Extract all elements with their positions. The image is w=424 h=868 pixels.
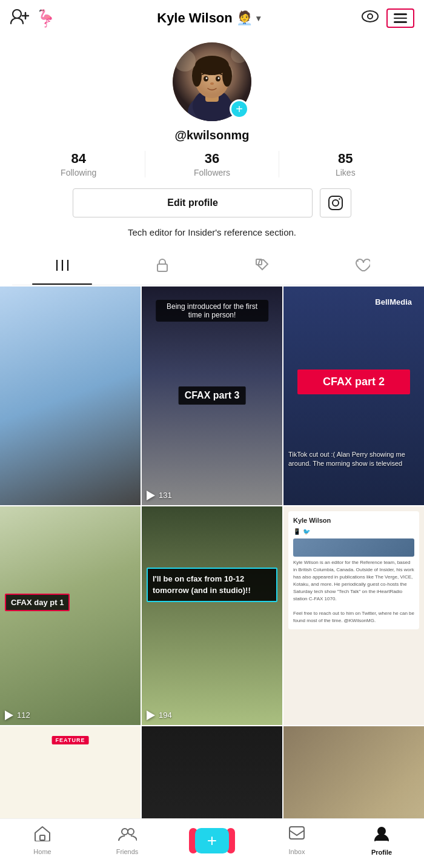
video-thumb-1[interactable] (0, 287, 141, 505)
nav-home[interactable]: Home (24, 826, 61, 855)
eye-icon[interactable] (361, 10, 379, 27)
svg-point-24 (339, 198, 340, 199)
play-icon (147, 491, 156, 500)
profile-handle: @kwilsonmg (175, 128, 250, 142)
bio-text: Tech editor for Insider's reference sect… (116, 227, 308, 237)
svg-rect-22 (329, 196, 342, 210)
play-count-4: 112 (5, 711, 30, 720)
svg-rect-31 (40, 835, 45, 840)
svg-point-4 (368, 14, 373, 19)
add-user-icon[interactable] (10, 8, 29, 29)
tiktok-cutout-text: TikTok cut out :( Alan Perry showing me … (288, 450, 419, 469)
avatar-wrapper: + (173, 42, 251, 121)
friends-icon (118, 826, 137, 846)
nav-profile[interactable]: Profile (363, 825, 400, 856)
svg-point-23 (333, 200, 339, 206)
svg-point-20 (218, 78, 220, 79)
svg-point-0 (13, 10, 21, 18)
following-stat[interactable]: 84 Following (12, 151, 145, 177)
play-count-5: 194 (147, 711, 172, 720)
likes-label: Likes (336, 168, 356, 177)
play-count-2: 131 (147, 491, 172, 500)
home-label: Home (33, 848, 51, 855)
followers-stat[interactable]: 36 Followers (145, 151, 279, 177)
svg-point-32 (122, 829, 128, 835)
menu-line-3 (394, 21, 407, 23)
play-icon-5 (147, 711, 156, 720)
heart-outline-icon (354, 258, 370, 276)
tab-liked[interactable] (312, 250, 412, 285)
kyle-wilson-card: Kyle Wilson 📱 🐦 Kyle Wilson is an editor… (288, 511, 419, 629)
header-emoji: 🧑‍💼 (236, 10, 253, 26)
followers-label: Followers (194, 168, 230, 177)
video-thumb-6[interactable]: Kyle Wilson 📱 🐦 Kyle Wilson is an editor… (283, 506, 424, 725)
svg-rect-34 (290, 827, 304, 839)
tab-tag[interactable] (212, 250, 312, 285)
svg-point-19 (206, 78, 208, 79)
video-thumb-3[interactable]: BellMedia CFAX part 2 TikTok cut out :( … (283, 287, 424, 505)
lock-icon (156, 258, 168, 276)
svg-point-33 (128, 829, 134, 835)
svg-point-8 (231, 46, 248, 63)
cfax3-label: CFAX part 3 (179, 386, 246, 405)
followers-count: 36 (205, 151, 219, 167)
inbox-label: Inbox (289, 848, 305, 855)
avatar-add-button[interactable]: + (230, 99, 249, 119)
add-button[interactable]: + (195, 828, 229, 853)
top-nav-center[interactable]: Kyle Wilson 🧑‍💼 ▾ (157, 10, 260, 26)
home-icon (34, 826, 51, 846)
kyle-card-name: Kyle Wilson (293, 516, 414, 525)
video-thumb-5[interactable]: I'll be on cfax from 10-12 tomorrow (and… (142, 506, 282, 725)
svg-point-3 (362, 11, 378, 22)
chevron-down-icon: ▾ (256, 13, 260, 23)
following-label: Following (61, 168, 96, 177)
intro-label: Being introduced for the first time in p… (156, 300, 268, 322)
action-row: Edit profile (73, 188, 351, 217)
top-nav-right (361, 8, 414, 28)
bell-media-label: BellMedia (369, 294, 418, 310)
inbox-icon (288, 826, 305, 846)
cfax2-label: CFAX part 2 (297, 369, 410, 394)
svg-point-37 (378, 827, 385, 835)
tabs-row (12, 250, 412, 285)
tab-lock[interactable] (112, 250, 212, 285)
cfax-day1-label: CFAX day pt 1 (5, 594, 70, 611)
menu-line-1 (394, 13, 407, 15)
profile-icon (373, 825, 390, 846)
flamingo-emoji: 🦩 (35, 8, 56, 28)
play-icon-4 (5, 711, 15, 720)
top-nav-left: 🦩 (10, 8, 56, 29)
top-nav: 🦩 Kyle Wilson 🧑‍💼 ▾ (0, 0, 424, 36)
svg-rect-28 (157, 264, 167, 271)
video-thumb-2[interactable]: Being introduced for the first time in p… (142, 287, 282, 505)
nav-add[interactable]: + (194, 828, 230, 853)
nav-friends[interactable]: Friends (109, 826, 145, 855)
plus-icon: + (207, 831, 217, 850)
svg-point-21 (210, 82, 214, 85)
header-username: Kyle Wilson (157, 10, 233, 26)
video-grid: Being introduced for the first time in p… (0, 287, 424, 868)
tab-grid[interactable] (12, 250, 112, 285)
profile-label: Profile (371, 849, 392, 856)
video-thumb-4[interactable]: CFAX day pt 1 112 (0, 506, 141, 725)
following-count: 84 (71, 151, 85, 167)
feature-badge: FEATURE (52, 736, 89, 744)
instagram-button[interactable] (320, 188, 351, 217)
nav-inbox[interactable]: Inbox (279, 826, 315, 855)
menu-button[interactable] (386, 8, 414, 28)
likes-stat[interactable]: 85 Likes (279, 151, 412, 177)
svg-point-7 (174, 50, 196, 71)
grid-icon (55, 259, 70, 276)
kyle-card-body: Kyle Wilson is an editor for the Referen… (293, 559, 414, 624)
cfax-tomorrow-label: I'll be on cfax from 10-12 tomorrow (and… (147, 568, 277, 602)
stats-row: 84 Following 36 Followers 85 Likes (12, 151, 412, 177)
friends-label: Friends (116, 848, 139, 855)
profile-section: + @kwilsonmg 84 Following 36 Followers 8… (0, 36, 424, 287)
edit-profile-button[interactable]: Edit profile (73, 188, 313, 217)
likes-count: 85 (338, 151, 353, 167)
bottom-nav: Home Friends + Inbox (0, 818, 424, 868)
svg-point-16 (222, 65, 232, 87)
tag-icon (255, 258, 270, 276)
menu-line-2 (394, 18, 407, 19)
svg-point-15 (192, 65, 202, 87)
